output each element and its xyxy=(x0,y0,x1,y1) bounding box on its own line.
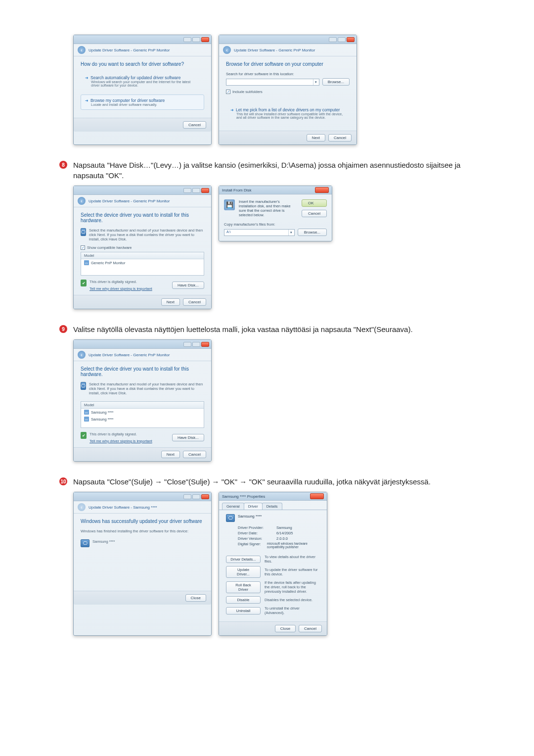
next-button[interactable]: Next xyxy=(161,451,180,458)
show-compatible-checkbox[interactable]: ✓Show compatible hardware xyxy=(81,245,204,250)
close-icon[interactable] xyxy=(347,37,355,42)
close-icon[interactable] xyxy=(201,494,209,499)
monitor-icon: 🖵 xyxy=(226,514,235,522)
cancel-button[interactable]: Cancel xyxy=(183,298,206,306)
chevron-down-icon[interactable]: ▾ xyxy=(288,230,294,236)
uninstall-button[interactable]: Uninstall xyxy=(226,607,261,614)
success-subtext: Windows has finished installing the driv… xyxy=(81,529,204,533)
breadcrumb: Update Driver Software - Generic PnP Mon… xyxy=(89,199,170,203)
dialog-heading: Windows has successfully updated your dr… xyxy=(81,519,204,524)
disk-icon: 💾 xyxy=(224,199,235,210)
maximize-icon[interactable] xyxy=(192,494,200,499)
dialog-heading: Browse for driver software on your compu… xyxy=(226,61,350,67)
rollback-driver-button[interactable]: Roll Back Driver xyxy=(226,581,261,593)
step-text-8: Napsauta "Have Disk…"(Levy…) ja valitse … xyxy=(73,160,475,181)
minimize-icon[interactable] xyxy=(183,188,191,193)
driver-details-button[interactable]: Driver Details... xyxy=(226,556,261,563)
browse-button[interactable]: Browse... xyxy=(298,229,327,236)
list-item: ▭Samsung **** xyxy=(81,416,204,423)
breadcrumb: Update Driver Software - Generic PnP Mon… xyxy=(89,353,170,357)
dialog-driver-properties: Samsung **** Properties General Driver D… xyxy=(219,492,327,636)
model-header: Model xyxy=(81,402,204,409)
close-icon[interactable] xyxy=(201,37,209,42)
close-button[interactable]: Close xyxy=(185,594,206,602)
dialog-title: Samsung **** Properties xyxy=(222,494,265,499)
list-item: ▭Generic PnP Monitor xyxy=(81,259,204,266)
cancel-button[interactable]: Cancel xyxy=(302,210,327,217)
dialog-search-method: ‹Update Driver Software - Generic PnP Mo… xyxy=(73,35,212,145)
minimize-icon[interactable] xyxy=(183,494,191,499)
maximize-icon[interactable] xyxy=(192,342,200,347)
chevron-down-icon[interactable]: ▾ xyxy=(313,79,319,85)
disable-button[interactable]: Disable xyxy=(226,596,261,604)
maximize-icon[interactable] xyxy=(192,188,200,193)
breadcrumb: Update Driver Software - Samsung **** xyxy=(89,505,157,510)
option-search-auto[interactable]: Search automatically for updated driver … xyxy=(81,72,204,91)
model-listbox[interactable]: Model ▭Samsung **** ▭Samsung **** xyxy=(81,401,204,428)
shield-icon: ✔ xyxy=(81,432,87,439)
next-button[interactable]: Next xyxy=(307,134,325,142)
minimize-icon[interactable] xyxy=(329,37,337,42)
step-text-10: Napsauta "Close"(Sulje) → "Close"(Sulje)… xyxy=(73,476,431,487)
have-disk-button[interactable]: Have Disk... xyxy=(172,434,204,441)
tab-general[interactable]: General xyxy=(222,503,244,510)
copy-from-label: Copy manufacturer's files from: xyxy=(224,222,275,227)
dialog-select-model: ‹Update Driver Software - Generic PnP Mo… xyxy=(73,339,212,462)
signed-text: This driver is digitally signed. xyxy=(89,280,137,284)
breadcrumb: Update Driver Software - Generic PnP Mon… xyxy=(234,48,315,52)
back-icon[interactable]: ‹ xyxy=(78,351,86,359)
close-icon[interactable] xyxy=(310,493,324,499)
document-page: ‹Update Driver Software - Generic PnP Mo… xyxy=(0,0,534,680)
cancel-button[interactable]: Cancel xyxy=(328,134,352,142)
step-number-9: 9 xyxy=(59,325,67,333)
include-subfolders-checkbox[interactable]: ✓Include subfolders xyxy=(226,90,350,94)
cancel-button[interactable]: Cancel xyxy=(183,451,206,458)
close-icon[interactable] xyxy=(201,342,209,347)
dialog-select-driver: ‹Update Driver Software - Generic PnP Mo… xyxy=(73,186,212,309)
path-input[interactable]: A:\▾ xyxy=(224,229,295,236)
back-icon[interactable]: ‹ xyxy=(223,46,231,54)
option-pick-from-list[interactable]: Let me pick from a list of device driver… xyxy=(226,104,350,123)
maximize-icon[interactable] xyxy=(192,37,200,42)
browse-button[interactable]: Browse... xyxy=(322,78,350,86)
breadcrumb: Update Driver Software - Generic PnP Mon… xyxy=(89,48,170,52)
dialog-heading: How do you want to search for driver sof… xyxy=(81,61,204,67)
signed-text: This driver is digitally signed. xyxy=(89,432,137,436)
close-button[interactable]: Close xyxy=(275,625,296,632)
location-input[interactable]: ▾ xyxy=(226,79,319,86)
update-driver-button[interactable]: Update Driver... xyxy=(226,566,261,578)
option-browse-computer[interactable]: Browse my computer for driver software L… xyxy=(81,94,204,110)
step-number-8: 8 xyxy=(59,161,67,169)
shield-icon: ✔ xyxy=(81,280,87,286)
installed-model: Samsung **** xyxy=(92,539,115,544)
cancel-button[interactable]: Cancel xyxy=(299,625,322,632)
maximize-icon[interactable] xyxy=(338,37,346,42)
minimize-icon[interactable] xyxy=(183,37,191,42)
signing-info-link[interactable]: Tell me why driver signing is important xyxy=(89,439,152,443)
monitor-icon: 🖵 xyxy=(81,382,86,390)
ok-button[interactable]: OK xyxy=(302,199,327,207)
model-header: Model xyxy=(81,252,204,259)
monitor-icon: 🖵 xyxy=(81,539,89,547)
have-disk-button[interactable]: Have Disk... xyxy=(172,282,204,289)
signing-info-link[interactable]: Tell me why driver signing is important xyxy=(89,286,152,291)
minimize-icon[interactable] xyxy=(183,342,191,347)
instruction-text: Select the manufacturer and model of you… xyxy=(89,382,204,395)
monitor-icon: ▭ xyxy=(84,417,89,422)
close-icon[interactable] xyxy=(315,187,329,193)
back-icon[interactable]: ‹ xyxy=(78,503,86,511)
monitor-icon: 🖵 xyxy=(81,228,86,236)
tab-details[interactable]: Details xyxy=(262,503,282,510)
tab-driver[interactable]: Driver xyxy=(244,503,263,510)
dialog-browse-location: ‹Update Driver Software - Generic PnP Mo… xyxy=(219,35,357,145)
monitor-icon: ▭ xyxy=(84,260,89,265)
cancel-button[interactable]: Cancel xyxy=(183,121,206,129)
dialog-title: Install From Disk xyxy=(222,188,252,192)
close-icon[interactable] xyxy=(201,188,209,193)
back-icon[interactable]: ‹ xyxy=(78,197,86,205)
next-button[interactable]: Next xyxy=(161,298,180,306)
back-icon[interactable]: ‹ xyxy=(78,46,86,54)
dialog-update-success: ‹Update Driver Software - Samsung **** W… xyxy=(73,492,212,636)
model-listbox[interactable]: Model ▭Generic PnP Monitor xyxy=(81,252,204,276)
dialog-heading: Select the device driver you want to ins… xyxy=(81,366,204,377)
